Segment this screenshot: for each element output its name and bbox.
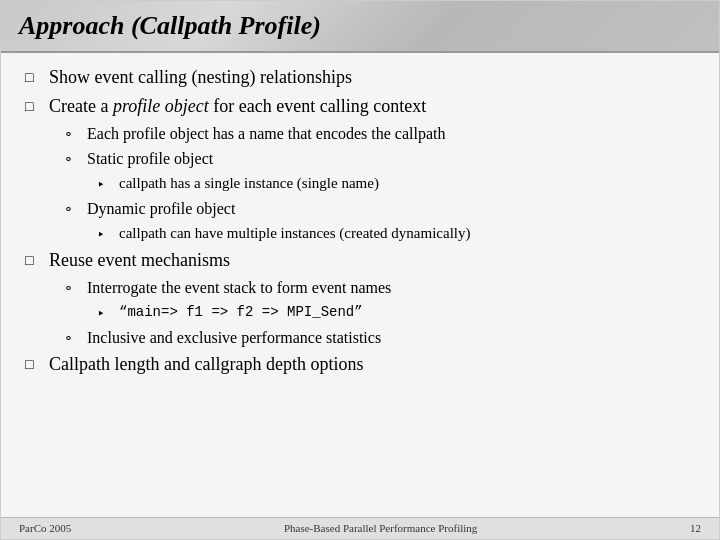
bullet-2-2-detail: ‣ callpath has a single instance (single… bbox=[97, 175, 695, 193]
bullet-2-3-detail-marker: ‣ bbox=[97, 227, 111, 243]
slide: Approach (Callpath Profile) □ Show event… bbox=[0, 0, 720, 540]
bullet-3: □ Reuse event mechanisms bbox=[25, 250, 695, 271]
bullet-3-text: Reuse event mechanisms bbox=[49, 250, 230, 271]
bullet-4-marker: □ bbox=[25, 357, 41, 373]
footer-left: ParCo 2005 bbox=[19, 522, 71, 534]
bullet-1-text: Show event calling (nesting) relationshi… bbox=[49, 67, 352, 88]
bullet-2-2-marker: ⚬ bbox=[63, 152, 79, 168]
bullet-3-2-marker: ⚬ bbox=[63, 331, 79, 347]
slide-header: Approach (Callpath Profile) bbox=[1, 1, 719, 53]
bullet-2-1-text: Each profile object has a name that enco… bbox=[87, 125, 446, 143]
footer-center: Phase-Based Parallel Performance Profili… bbox=[284, 522, 477, 534]
bullet-3-1-detail-text: “main=> f1 => f2 => MPI_Send” bbox=[119, 304, 363, 320]
slide-footer: ParCo 2005 Phase-Based Parallel Performa… bbox=[1, 517, 719, 539]
bullet-2-italic: profile object bbox=[113, 96, 209, 116]
bullet-3-2: ⚬ Inclusive and exclusive performance st… bbox=[63, 329, 695, 347]
bullet-2-2-detail-text: callpath has a single instance (single n… bbox=[119, 175, 379, 192]
bullet-2-3-detail: ‣ callpath can have multiple instances (… bbox=[97, 225, 695, 243]
bullet-2-1-marker: ⚬ bbox=[63, 127, 79, 143]
slide-content: □ Show event calling (nesting) relations… bbox=[1, 53, 719, 517]
bullet-2-2: ⚬ Static profile object bbox=[63, 150, 695, 168]
bullet-4-text: Callpath length and callgraph depth opti… bbox=[49, 354, 363, 375]
bullet-3-2-text: Inclusive and exclusive performance stat… bbox=[87, 329, 381, 347]
bullet-4: □ Callpath length and callgraph depth op… bbox=[25, 354, 695, 375]
bullet-2-marker: □ bbox=[25, 99, 41, 115]
bullet-2-3-text: Dynamic profile object bbox=[87, 200, 235, 218]
bullet-2-2-text: Static profile object bbox=[87, 150, 213, 168]
footer-right: 12 bbox=[690, 522, 701, 534]
bullet-3-1-marker: ⚬ bbox=[63, 281, 79, 297]
bullet-2: □ Create a profile object for each event… bbox=[25, 96, 695, 117]
bullet-2-3-detail-text: callpath can have multiple instances (cr… bbox=[119, 225, 471, 242]
bullet-1-marker: □ bbox=[25, 70, 41, 86]
bullet-2-2-detail-marker: ‣ bbox=[97, 177, 111, 193]
bullet-2-1: ⚬ Each profile object has a name that en… bbox=[63, 125, 695, 143]
bullet-3-1-detail: ‣ “main=> f1 => f2 => MPI_Send” bbox=[97, 304, 695, 322]
bullet-1: □ Show event calling (nesting) relations… bbox=[25, 67, 695, 88]
bullet-3-1-detail-marker: ‣ bbox=[97, 306, 111, 322]
bullet-3-marker: □ bbox=[25, 253, 41, 269]
bullet-2-prefix: Create a bbox=[49, 96, 113, 116]
bullet-2-3-marker: ⚬ bbox=[63, 202, 79, 218]
bullet-3-1-text: Interrogate the event stack to form even… bbox=[87, 279, 391, 297]
bullet-3-1: ⚬ Interrogate the event stack to form ev… bbox=[63, 279, 695, 297]
bullet-2-suffix: for each event calling context bbox=[209, 96, 426, 116]
bullet-2-3: ⚬ Dynamic profile object bbox=[63, 200, 695, 218]
slide-title: Approach (Callpath Profile) bbox=[19, 11, 701, 41]
bullet-2-text: Create a profile object for each event c… bbox=[49, 96, 426, 117]
